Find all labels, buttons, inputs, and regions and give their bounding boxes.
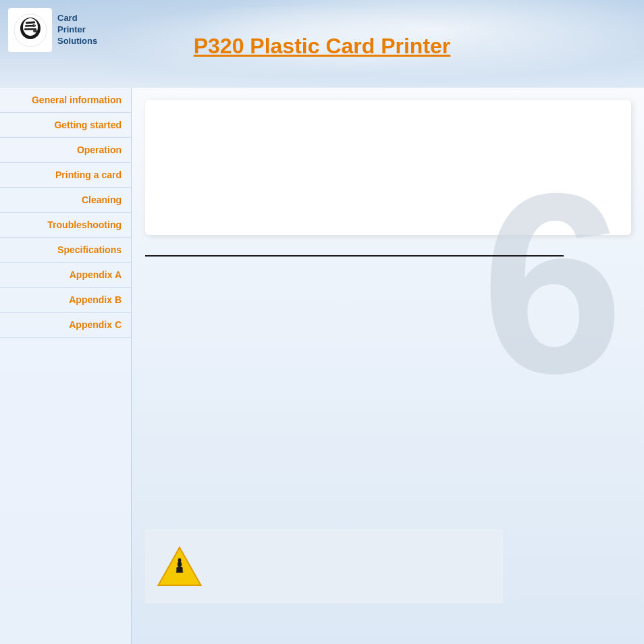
sidebar-item-general-information[interactable]: General information bbox=[0, 88, 131, 113]
sidebar-item-getting-started[interactable]: Getting started bbox=[0, 113, 131, 138]
header-area: Card Printer Solutions P320 Plastic Card… bbox=[0, 0, 644, 88]
svg-point-6 bbox=[32, 24, 35, 27]
svg-point-8 bbox=[33, 30, 37, 32]
svg-point-7 bbox=[33, 24, 34, 25]
divider-line bbox=[145, 255, 564, 257]
sidebar-item-specifications[interactable]: Specifications bbox=[0, 238, 131, 263]
warning-triangle-icon bbox=[156, 543, 203, 590]
logo-line1: Card bbox=[57, 13, 97, 24]
page-title: P320 Plastic Card Printer bbox=[0, 34, 644, 59]
sidebar-item-appendix-c[interactable]: Appendix C bbox=[0, 313, 131, 338]
svg-rect-10 bbox=[178, 562, 182, 567]
sidebar: General information Getting started Oper… bbox=[0, 88, 132, 644]
sidebar-item-cleaning[interactable]: Cleaning bbox=[0, 188, 131, 213]
sidebar-item-troubleshooting[interactable]: Troubleshooting bbox=[0, 213, 131, 238]
svg-rect-13 bbox=[178, 558, 182, 562]
sidebar-item-operation[interactable]: Operation bbox=[0, 138, 131, 163]
svg-point-2 bbox=[23, 18, 38, 36]
main-content: 6 bbox=[132, 88, 644, 644]
svg-rect-11 bbox=[176, 567, 182, 572]
sidebar-item-appendix-a[interactable]: Appendix A bbox=[0, 263, 131, 288]
chapter-number: 6 bbox=[481, 155, 624, 412]
warning-box bbox=[145, 529, 503, 603]
sidebar-item-appendix-b[interactable]: Appendix B bbox=[0, 288, 131, 313]
sidebar-item-printing-a-card[interactable]: Printing a card bbox=[0, 163, 131, 188]
svg-rect-12 bbox=[176, 571, 184, 572]
